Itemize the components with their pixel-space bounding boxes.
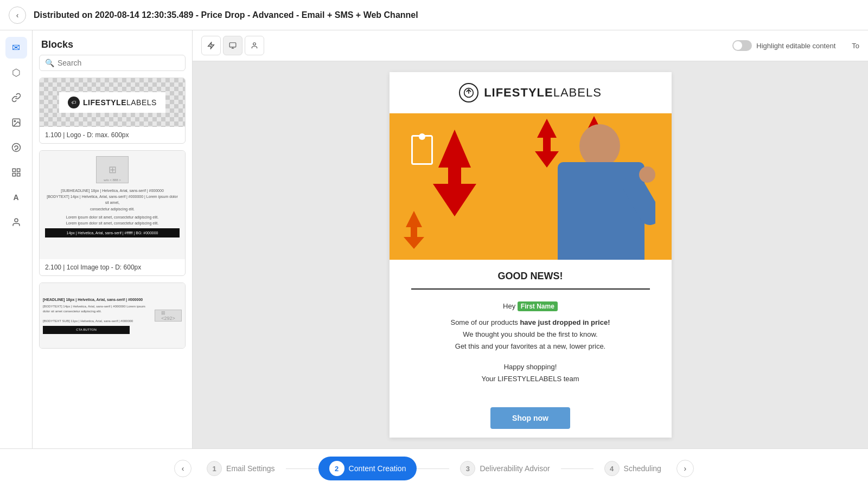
wizard-step-3[interactable]: 3 Deliverability Advisor: [449, 457, 560, 480]
back-button[interactable]: ‹: [9, 7, 26, 24]
main-area: ✉ ⬡: [0, 30, 868, 448]
email-hero-image: [390, 113, 672, 260]
first-name-badge: First Name: [518, 301, 558, 311]
wizard-connector-3: [561, 468, 593, 469]
img-placeholder-icon: ⊞ w/o < 888 >: [96, 156, 129, 183]
blocks-title: Blocks: [33, 30, 192, 55]
brand-logo-text: LIFESTYLELABELS: [83, 98, 157, 107]
toolbar-btn-desktop[interactable]: [223, 36, 242, 55]
email-content-section: GOOD NEWS! Hey First Name Some of our pr…: [390, 260, 672, 440]
blocks-list: 🏷 LIFESTYLELABELS 1.100 | Logo - D: max.…: [33, 78, 192, 448]
content-toolbar: Highlight editable content To: [193, 30, 868, 61]
wizard-step-3-num: 3: [460, 461, 475, 476]
toggle-switch[interactable]: [732, 40, 752, 51]
sidebar-item-person[interactable]: [5, 211, 27, 233]
sidebar-item-palette[interactable]: [5, 137, 27, 158]
svg-rect-9: [229, 43, 236, 47]
toolbar-right: Highlight editable content To: [732, 40, 859, 51]
block-label-2: 2.100 | 1col Image top - D: 600px: [40, 259, 185, 275]
email-logo-section: LIFESTYLELABELS: [390, 72, 672, 113]
block-thumbnail-3: [HEADLINE] 18px | Helvetica, Arial, sans…: [40, 283, 185, 348]
wizard-prev-btn[interactable]: ‹: [174, 460, 192, 477]
divider-line: [411, 288, 650, 290]
wizard-step-3-label: Deliverability Advisor: [480, 464, 550, 473]
icon-sidebar: ✉ ⬡: [0, 30, 33, 448]
email-preview: LIFESTYLELABELS: [390, 72, 672, 438]
search-input[interactable]: [58, 59, 180, 67]
wizard-step-1-label: Email Settings: [226, 464, 275, 473]
wizard-step-4[interactable]: 4 Scheduling: [593, 457, 672, 480]
person-silhouette: [547, 119, 655, 260]
block-cta-preview: 14px | Helvetica, Arial, sans-serif | #f…: [45, 228, 180, 237]
toolbar-btn-person[interactable]: [245, 36, 264, 55]
email-logo-circle: [459, 83, 478, 102]
sidebar-item-link[interactable]: [5, 87, 27, 108]
price-tag-left: [411, 135, 433, 165]
wizard-step-4-label: Scheduling: [624, 464, 661, 473]
body-line3: Get this and your favorites at a new, lo…: [411, 341, 650, 352]
wizard-steps: 1 Email Settings 2 Content Creation 3 De…: [196, 457, 672, 480]
top-bar: ‹ Distributed on 2020-08-14 12:30:35.489…: [0, 0, 868, 30]
svg-rect-6: [17, 174, 20, 176]
block-item-image-top[interactable]: ⊞ w/o < 888 > [SUBHEADLINE] 18px | Helve…: [39, 150, 186, 276]
sidebar-item-email[interactable]: ✉: [5, 37, 27, 59]
svg-marker-8: [208, 42, 214, 49]
body-line2: We thought you should be the first to kn…: [411, 329, 650, 341]
wizard-step-2[interactable]: 2 Content Creation: [318, 457, 417, 480]
email-logo-text: LIFESTYLELABELS: [484, 86, 602, 100]
svg-point-1: [14, 120, 15, 121]
wizard-next-btn[interactable]: ›: [676, 460, 694, 477]
svg-rect-3: [12, 169, 15, 171]
to-label: To: [852, 42, 859, 50]
sidebar-item-layout[interactable]: [5, 162, 27, 183]
good-news-title: GOOD NEWS!: [411, 271, 650, 282]
block-thumbnail-logo: 🏷 LIFESTYLELABELS: [40, 78, 185, 127]
block-3-text-preview: [HEADLINE] 18px | Helvetica, Arial, sans…: [43, 297, 151, 335]
wizard-step-2-label: Content Creation: [349, 464, 406, 473]
sign-off1: Happy shopping!: [411, 361, 650, 373]
search-icon: 🔍: [45, 59, 54, 67]
content-area: Highlight editable content To: [193, 30, 868, 448]
block-item-text-image[interactable]: [HEADLINE] 18px | Helvetica, Arial, sans…: [39, 282, 186, 349]
toolbar-btn-lightning[interactable]: [201, 36, 221, 55]
wizard-connector-1: [286, 468, 318, 469]
svg-rect-5: [12, 174, 15, 176]
wizard-step-1-num: 1: [207, 461, 222, 476]
email-cta-button[interactable]: Shop now: [490, 407, 570, 429]
sign-off2: Your LIFESTYLELABELS team: [411, 373, 650, 385]
sidebar-item-image[interactable]: [5, 112, 27, 133]
svg-marker-13: [433, 184, 476, 216]
email-preview-wrapper: LIFESTYLELABELS: [193, 61, 868, 448]
svg-marker-16: [406, 211, 422, 239]
greeting-text: Hey: [503, 302, 518, 310]
svg-rect-4: [17, 169, 20, 171]
sidebar-item-shape[interactable]: ⬡: [5, 62, 27, 84]
wizard-connector-2: [417, 468, 449, 469]
page-title: Distributed on 2020-08-14 12:30:35.489 -…: [34, 10, 418, 20]
email-body-text: Hey First Name Some of our products have…: [411, 300, 650, 386]
block-thumbnail-2: ⊞ w/o < 888 > [SUBHEADLINE] 18px | Helve…: [40, 151, 185, 259]
block-item-logo[interactable]: 🏷 LIFESTYLELABELS 1.100 | Logo - D: max.…: [39, 78, 186, 144]
block-3-img-placeholder: ⊞<292>: [155, 310, 182, 322]
svg-point-10: [253, 43, 256, 46]
wizard-step-2-num: 2: [329, 461, 344, 476]
wizard-step-4-num: 4: [604, 461, 620, 476]
svg-marker-17: [404, 237, 424, 249]
svg-point-7: [15, 219, 18, 222]
block-text-preview: [SUBHEADLINE] 18px | Helvetica, Arial, s…: [45, 188, 180, 237]
block-label-1: 1.100 | Logo - D: max. 600px: [40, 127, 185, 143]
blocks-panel: Blocks 🔍 🏷 LIFESTYLELABELS 1.100 | Logo …: [33, 30, 193, 448]
brand-icon: 🏷: [68, 97, 80, 108]
highlight-toggle[interactable]: Highlight editable content: [732, 40, 835, 51]
sidebar-item-translate[interactable]: A: [5, 187, 27, 208]
arrow-small-orange: [400, 211, 427, 249]
toolbar-left: [201, 36, 264, 55]
bottom-wizard: ‹ 1 Email Settings 2 Content Creation 3 …: [0, 448, 868, 488]
wizard-step-1[interactable]: 1 Email Settings: [196, 457, 285, 480]
highlight-label: Highlight editable content: [756, 42, 835, 50]
search-area: 🔍: [33, 55, 192, 78]
